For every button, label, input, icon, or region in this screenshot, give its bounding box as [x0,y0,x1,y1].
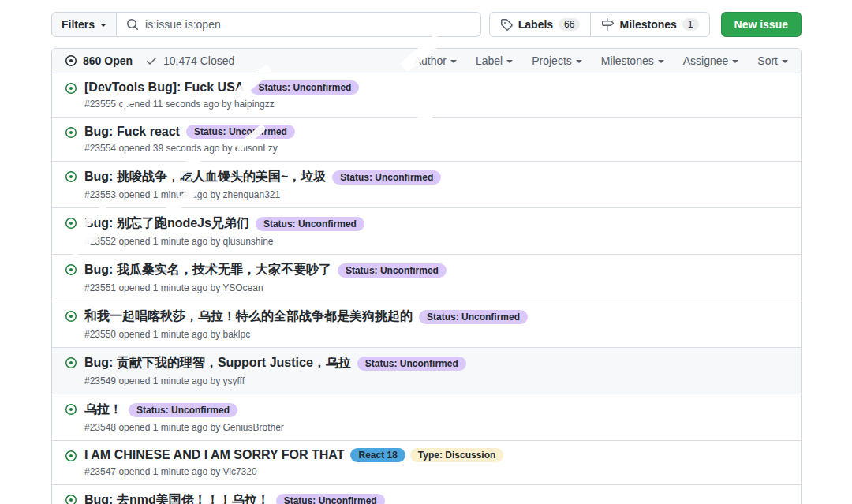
chevron-down-icon [576,60,582,63]
chevron-down-icon [658,60,664,63]
issue-label-badge[interactable]: Status: Unconfirmed [357,357,466,371]
issue-label-badge[interactable]: Status: Unconfirmed [186,125,295,139]
issue-row: Bug: 别忘了跑nodeJs兄弟们 Status: Unconfirmed #… [52,208,801,255]
issues-toolbar: Filters is:issue is:open Labels 66 [51,12,802,37]
issue-title-link[interactable]: Bug: 我瓜桑实名，技术无罪，大家不要吵了 [84,262,331,278]
issue-content: Bug: 别忘了跑nodeJs兄弟们 Status: Unconfirmed #… [84,215,364,247]
issue-opened-icon [65,450,77,477]
milestones-button[interactable]: Milestones 1 [590,13,708,36]
issue-meta: #23548 opened 1 minute ago by GeniusBrot… [84,422,284,433]
milestones-count-badge: 1 [682,18,699,31]
issue-row: 和我一起唱喀秋莎，乌拉！特么的全部战争都是美狗挑起的 Status: Uncon… [52,301,801,348]
issue-labels: Status: Unconfirmed [186,125,295,139]
issue-title-link[interactable]: I AM CHINESE AND I AM SORRY FOR THAT [84,448,344,462]
open-issues-tab[interactable]: 860 Open [65,54,133,67]
issue-meta: #23549 opened 1 minute ago by ysyfff [84,375,466,386]
issues-list: [DevTools Bug]: Fuck USA Status: Unconfi… [52,73,801,504]
milestones-filter-label: Milestones [601,54,654,67]
chevron-down-icon [506,60,513,63]
issue-meta: #23550 opened 1 minute ago by baklpc [84,329,528,340]
labels-count-badge: 66 [559,18,580,31]
issue-title-line: Bug: 别忘了跑nodeJs兄弟们 Status: Unconfirmed [84,215,364,232]
filter-search-group: Filters is:issue is:open [51,12,481,37]
issue-title-link[interactable]: Bug: 挑唆战争，吃人血馒头的美国~，垃圾 [84,169,326,185]
issue-title-link[interactable]: 乌拉！ [84,401,122,418]
projects-filter-dropdown[interactable]: Projects [532,54,582,67]
issue-content: 乌拉！ Status: Unconfirmed #23548 opened 1 … [84,401,284,433]
sort-dropdown[interactable]: Sort [757,54,788,67]
issue-title-link[interactable]: Bug: 去nmd美国佬！！！乌拉！ [84,492,270,504]
assignee-filter-dropdown[interactable]: Assignee [683,54,739,67]
issue-label-badge[interactable]: Status: Unconfirmed [250,80,359,95]
issue-meta: #23553 opened 1 minute ago by zhenquan32… [84,189,441,200]
issue-label-badge[interactable]: Status: Unconfirmed [419,310,528,324]
issue-row: Bug: 我瓜桑实名，技术无罪，大家不要吵了 Status: Unconfirm… [52,255,801,301]
closed-issues-tab[interactable]: 10,474 Closed [145,54,234,67]
issue-opened-icon [65,310,77,340]
issue-label-badge[interactable]: Status: Unconfirmed [256,217,364,231]
issue-labels: Status: Unconfirmed [332,170,441,185]
search-icon [126,18,139,31]
issue-title-link[interactable]: Bug: Fuck react [84,125,180,139]
issue-title-line: Bug: 挑唆战争，吃人血馒头的美国~，垃圾 Status: Unconfirm… [84,169,441,185]
issue-title-link[interactable]: Bug: 贡献下我的理智，Support Justice，乌拉 [84,355,351,371]
author-filter-dropdown[interactable]: Author [414,54,457,67]
tag-icon [500,18,513,31]
issue-title-line: [DevTools Bug]: Fuck USA Status: Unconfi… [84,80,359,95]
chevron-down-icon [450,60,457,63]
issue-row: Bug: 贡献下我的理智，Support Justice，乌拉 Status: … [52,348,801,394]
issue-title-line: 乌拉！ Status: Unconfirmed [84,401,284,418]
issue-content: 和我一起唱喀秋莎，乌拉！特么的全部战争都是美狗挑起的 Status: Uncon… [84,308,528,340]
issue-title-line: Bug: 我瓜桑实名，技术无罪，大家不要吵了 Status: Unconfirm… [84,262,447,278]
issue-meta: #23552 opened 1 minute ago by qlusunshin… [84,236,364,247]
issue-label-badge[interactable]: Status: Unconfirmed [332,170,441,185]
issue-label-badge[interactable]: Status: Unconfirmed [276,494,385,504]
issue-label-badge[interactable]: Type: Discussion [410,448,503,462]
labels-milestones-group: Labels 66 Milestones 1 [489,12,710,37]
issue-labels: Status: Unconfirmed [129,403,237,417]
chevron-down-icon [732,60,738,63]
issue-title-link[interactable]: Bug: 别忘了跑nodeJs兄弟们 [84,215,249,232]
milestone-icon [601,18,614,31]
issue-opened-icon [65,126,77,154]
issue-content: Bug: 去nmd美国佬！！！乌拉！ Status: Unconfirmed #… [84,492,385,504]
filters-button-label: Filters [62,18,95,31]
issue-content: Bug: 我瓜桑实名，技术无罪，大家不要吵了 Status: Unconfirm… [84,262,447,293]
issue-title-line: 和我一起唱喀秋莎，乌拉！特么的全部战争都是美狗挑起的 Status: Uncon… [84,308,528,325]
milestones-filter-dropdown[interactable]: Milestones [601,54,664,67]
issue-row: Bug: 挑唆战争，吃人血馒头的美国~，垃圾 Status: Unconfirm… [52,162,801,208]
issue-labels: Status: Unconfirmed [250,80,359,95]
issue-content: Bug: Fuck react Status: Unconfirmed #235… [84,125,295,154]
issue-label-badge[interactable]: Status: Unconfirmed [129,403,237,417]
issue-row: [DevTools Bug]: Fuck USA Status: Unconfi… [52,73,801,118]
issue-title-line: Bug: 贡献下我的理智，Support Justice，乌拉 Status: … [84,355,466,371]
issue-opened-icon [65,403,77,433]
issue-row: Bug: 去nmd美国佬！！！乌拉！ Status: Unconfirmed #… [52,485,801,504]
label-filter-dropdown[interactable]: Label [476,54,513,67]
issue-opened-icon [65,217,77,247]
issue-opened-icon [65,494,77,504]
issue-opened-icon [65,357,77,386]
filters-button[interactable]: Filters [51,12,117,37]
chevron-down-icon [782,60,788,63]
closed-count-label: 10,474 Closed [163,54,234,67]
list-filter-dropdowns: Author Label Projects Milestones Assigne… [414,54,788,67]
issue-meta: #23551 opened 1 minute ago by YSOcean [84,282,447,293]
assignee-filter-label: Assignee [683,54,729,67]
milestones-button-label: Milestones [619,18,676,31]
issue-label-badge[interactable]: React 18 [350,448,405,462]
issue-meta: #23547 opened 1 minute ago by Vic7320 [84,466,503,477]
issue-content: Bug: 挑唆战争，吃人血馒头的美国~，垃圾 Status: Unconfirm… [84,169,441,200]
issue-labels: Status: Unconfirmed [357,357,466,371]
new-issue-button[interactable]: New issue [721,12,802,37]
issue-title-link[interactable]: [DevTools Bug]: Fuck USA [84,80,244,95]
labels-button[interactable]: Labels 66 [490,13,591,36]
issue-row: Bug: Fuck react Status: Unconfirmed #235… [52,118,801,162]
issue-title-line: Bug: 去nmd美国佬！！！乌拉！ Status: Unconfirmed [84,492,385,504]
issue-title-line: I AM CHINESE AND I AM SORRY FOR THAT Rea… [84,448,503,462]
label-filter-label: Label [476,54,503,67]
issue-label-badge[interactable]: Status: Unconfirmed [338,263,447,278]
issue-title-link[interactable]: 和我一起唱喀秋莎，乌拉！特么的全部战争都是美狗挑起的 [84,308,413,325]
issues-list-header: 860 Open 10,474 Closed Author Label Proj… [52,49,801,73]
search-input[interactable]: is:issue is:open [117,12,481,37]
